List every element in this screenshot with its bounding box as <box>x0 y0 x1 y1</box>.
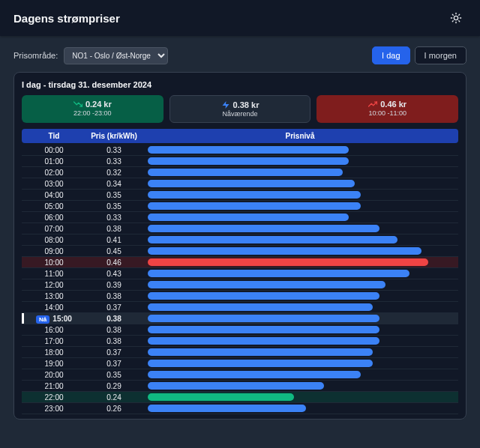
level-bar <box>148 348 373 356</box>
cell-time: 14:00 <box>28 303 80 312</box>
cell-time: 22:00 <box>28 393 80 402</box>
svg-line-4 <box>459 21 460 22</box>
cell-level <box>148 157 452 165</box>
cell-price: 0.32 <box>80 169 148 177</box>
cell-level <box>148 281 452 288</box>
now-badge: Nå <box>36 315 50 324</box>
cell-price: 0.46 <box>80 258 148 267</box>
table-row: 09:000.45 <box>22 246 458 257</box>
table-row: 08:000.41 <box>22 234 458 246</box>
table-row: 01:000.33 <box>22 156 458 167</box>
table-row: 02:000.32 <box>22 167 458 178</box>
cell-level <box>148 180 452 187</box>
cell-time: 06:00 <box>28 214 80 222</box>
cell-price: 0.38 <box>80 326 148 334</box>
cell-time: 01:00 <box>28 157 80 166</box>
cell-level <box>148 214 452 221</box>
cell-price: 0.38 <box>80 337 148 345</box>
table-row: 12:000.39 <box>22 279 458 291</box>
level-bar <box>148 360 373 367</box>
level-bar <box>148 326 380 333</box>
cell-time: 21:00 <box>28 382 80 390</box>
cell-price: 0.37 <box>80 348 148 357</box>
table-row: Nå15:000.38 <box>22 313 458 324</box>
now-sub: Nåværende <box>222 110 257 118</box>
cell-time: 05:00 <box>28 202 80 211</box>
cell-time: 20:00 <box>28 371 80 379</box>
table-body: 00:000.3301:000.3302:000.3203:000.3404:0… <box>22 145 458 414</box>
cell-price: 0.35 <box>80 371 148 379</box>
svg-marker-9 <box>222 101 229 109</box>
theme-toggle-button[interactable] <box>446 7 466 28</box>
svg-point-0 <box>454 16 458 19</box>
cell-level <box>148 236 452 243</box>
table-row: 11:000.43 <box>22 268 458 279</box>
level-bar <box>148 191 361 199</box>
svg-line-7 <box>452 21 453 22</box>
cell-time: 02:00 <box>28 169 80 177</box>
cell-level <box>148 393 452 401</box>
high-value: 0.46 kr <box>380 100 406 109</box>
level-bar <box>148 236 398 243</box>
table-row: 13:000.38 <box>22 291 458 302</box>
cell-time: 11:00 <box>28 270 80 278</box>
cell-level <box>148 247 452 255</box>
table-row: 00:000.33 <box>22 145 458 156</box>
bolt-icon <box>221 100 230 109</box>
level-bar <box>148 270 410 277</box>
level-bar <box>148 146 349 154</box>
cell-price: 0.33 <box>80 157 148 166</box>
summary-now: 0.38 kr Nåværende <box>170 95 311 123</box>
table-row: 23:000.26 <box>22 403 458 414</box>
svg-line-8 <box>459 14 460 15</box>
table-row: 22:000.24 <box>22 392 458 403</box>
level-bar <box>148 157 349 165</box>
area-select[interactable]: NO1 - Oslo / Øst-Norge <box>64 47 168 64</box>
cell-price: 0.38 <box>80 315 148 323</box>
card-title: I dag - tirsdag 31. desember 2024 <box>22 80 458 89</box>
cell-price: 0.35 <box>80 191 148 199</box>
cell-time: 12:00 <box>28 281 80 289</box>
table-row: 20:000.35 <box>22 369 458 381</box>
level-bar <box>148 281 386 288</box>
table-row: 18:000.37 <box>22 347 458 358</box>
cell-time: 17:00 <box>28 337 80 345</box>
area-label: Prisområde: <box>14 51 58 60</box>
tab-tomorrow[interactable]: I morgen <box>415 46 466 64</box>
col-price: Pris (kr/kWh) <box>80 132 148 140</box>
cell-price: 0.24 <box>80 393 148 402</box>
cell-price: 0.39 <box>80 281 148 289</box>
cell-level <box>148 382 452 390</box>
high-sub: 10:00 -11:00 <box>368 109 406 117</box>
cell-level <box>148 405 452 412</box>
cell-time: 19:00 <box>28 360 80 368</box>
summary-low: 0.24 kr 22:00 -23:00 <box>22 95 164 123</box>
cell-level <box>148 225 452 232</box>
level-bar <box>148 202 361 210</box>
cell-level <box>148 371 452 378</box>
cell-price: 0.26 <box>80 405 148 413</box>
trend-up-icon <box>368 100 377 109</box>
cell-level <box>148 315 452 322</box>
trend-down-icon <box>74 100 82 109</box>
table-row: 19:000.37 <box>22 358 458 369</box>
level-bar <box>148 225 380 232</box>
level-bar <box>148 180 355 187</box>
cell-level <box>148 191 452 199</box>
level-bar <box>148 393 294 401</box>
cell-level <box>148 326 452 333</box>
level-bar <box>148 247 422 255</box>
table-row: 10:000.46 <box>22 257 458 268</box>
cell-price: 0.38 <box>80 225 148 233</box>
level-bar <box>148 405 306 412</box>
cell-level <box>148 360 452 367</box>
table-header: Tid Pris (kr/kWh) Prisnivå <box>22 129 458 143</box>
tab-today[interactable]: I dag <box>372 46 410 64</box>
low-sub: 22:00 -23:00 <box>74 109 112 117</box>
cell-time: 03:00 <box>28 180 80 188</box>
cell-price: 0.45 <box>80 247 148 255</box>
cell-price: 0.41 <box>80 236 148 244</box>
cell-price: 0.34 <box>80 180 148 188</box>
cell-price: 0.37 <box>80 360 148 368</box>
cell-time: 23:00 <box>28 405 80 413</box>
